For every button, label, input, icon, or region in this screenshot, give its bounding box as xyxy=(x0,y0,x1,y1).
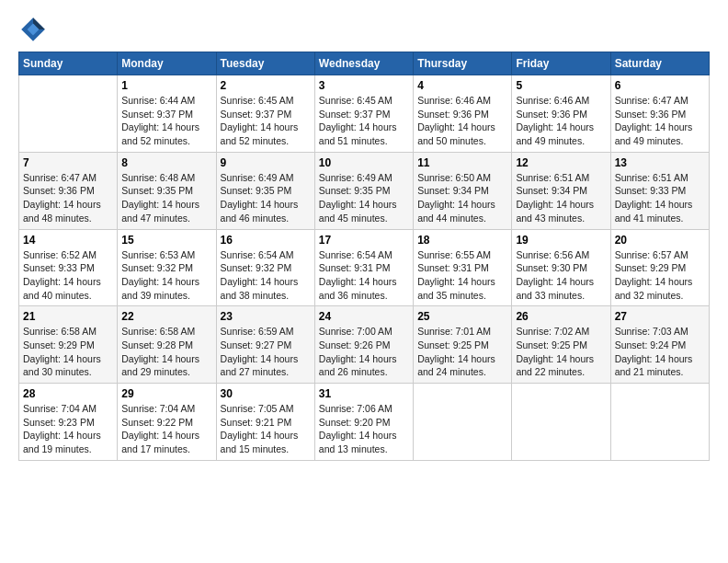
day-info: Sunrise: 6:58 AMSunset: 9:29 PMDaylight:… xyxy=(23,325,113,379)
day-info: Sunrise: 6:54 AMSunset: 9:32 PMDaylight:… xyxy=(221,248,311,303)
calendar-table: SundayMondayTuesdayWednesdayThursdayFrid… xyxy=(18,52,710,461)
day-info: Sunrise: 7:01 AMSunset: 9:25 PMDaylight:… xyxy=(417,325,507,379)
day-info: Sunrise: 6:57 AMSunset: 9:29 PMDaylight:… xyxy=(615,248,705,303)
day-number: 9 xyxy=(221,156,311,169)
calendar-cell: 3Sunrise: 6:45 AMSunset: 9:37 PMDaylight… xyxy=(314,75,413,153)
calendar-cell: 21Sunrise: 6:58 AMSunset: 9:29 PMDayligh… xyxy=(19,306,118,384)
page: SundayMondayTuesdayWednesdayThursdayFrid… xyxy=(0,0,728,563)
day-number: 28 xyxy=(23,387,113,400)
weekday-header: Tuesday xyxy=(216,52,314,75)
logo-icon xyxy=(18,15,48,44)
calendar-cell: 26Sunrise: 7:02 AMSunset: 9:25 PMDayligh… xyxy=(512,306,610,384)
day-info: Sunrise: 6:48 AMSunset: 9:35 PMDaylight:… xyxy=(121,171,211,225)
calendar-cell: 1Sunrise: 6:44 AMSunset: 9:37 PMDaylight… xyxy=(118,75,216,153)
day-number: 18 xyxy=(417,234,507,247)
day-number: 27 xyxy=(615,310,705,323)
day-number: 19 xyxy=(516,234,606,247)
day-number: 11 xyxy=(417,156,507,169)
calendar-cell: 29Sunrise: 7:04 AMSunset: 9:22 PMDayligh… xyxy=(118,384,216,461)
calendar-cell xyxy=(414,384,512,461)
weekday-header: Friday xyxy=(512,52,610,75)
calendar-cell: 2Sunrise: 6:45 AMSunset: 9:37 PMDaylight… xyxy=(216,75,314,153)
calendar-cell: 5Sunrise: 6:46 AMSunset: 9:36 PMDaylight… xyxy=(512,75,610,153)
calendar-cell: 31Sunrise: 7:06 AMSunset: 9:20 PMDayligh… xyxy=(314,384,413,461)
day-info: Sunrise: 6:46 AMSunset: 9:36 PMDaylight:… xyxy=(417,94,507,148)
weekday-header: Sunday xyxy=(19,52,118,75)
weekday-header: Wednesday xyxy=(314,52,413,75)
calendar-cell: 22Sunrise: 6:58 AMSunset: 9:28 PMDayligh… xyxy=(118,306,216,384)
day-info: Sunrise: 6:51 AMSunset: 9:34 PMDaylight:… xyxy=(516,171,606,225)
day-number: 15 xyxy=(121,234,211,247)
calendar-cell xyxy=(512,384,610,461)
header xyxy=(18,15,710,44)
day-number: 20 xyxy=(615,234,705,247)
day-info: Sunrise: 7:04 AMSunset: 9:22 PMDaylight:… xyxy=(121,402,211,456)
calendar-cell: 19Sunrise: 6:56 AMSunset: 9:30 PMDayligh… xyxy=(512,229,610,306)
day-number: 2 xyxy=(221,79,311,92)
day-number: 6 xyxy=(615,79,705,92)
day-number: 3 xyxy=(319,79,409,92)
calendar-cell: 4Sunrise: 6:46 AMSunset: 9:36 PMDaylight… xyxy=(414,75,512,153)
day-info: Sunrise: 6:53 AMSunset: 9:32 PMDaylight:… xyxy=(121,248,211,303)
day-info: Sunrise: 6:44 AMSunset: 9:37 PMDaylight:… xyxy=(121,94,211,148)
calendar-week-row: 1Sunrise: 6:44 AMSunset: 9:37 PMDaylight… xyxy=(19,75,710,153)
logo xyxy=(18,15,51,44)
day-info: Sunrise: 6:46 AMSunset: 9:36 PMDaylight:… xyxy=(516,94,606,148)
weekday-header: Monday xyxy=(118,52,216,75)
calendar-cell: 14Sunrise: 6:52 AMSunset: 9:33 PMDayligh… xyxy=(19,229,118,306)
calendar-week-row: 28Sunrise: 7:04 AMSunset: 9:23 PMDayligh… xyxy=(19,384,710,461)
day-info: Sunrise: 6:55 AMSunset: 9:31 PMDaylight:… xyxy=(417,248,507,303)
day-number: 5 xyxy=(516,79,606,92)
calendar-cell: 23Sunrise: 6:59 AMSunset: 9:27 PMDayligh… xyxy=(216,306,314,384)
calendar-cell: 11Sunrise: 6:50 AMSunset: 9:34 PMDayligh… xyxy=(414,152,512,229)
day-number: 16 xyxy=(221,234,311,247)
calendar-cell: 16Sunrise: 6:54 AMSunset: 9:32 PMDayligh… xyxy=(216,229,314,306)
day-number: 23 xyxy=(221,310,311,323)
day-number: 12 xyxy=(516,156,606,169)
day-info: Sunrise: 6:49 AMSunset: 9:35 PMDaylight:… xyxy=(221,171,311,225)
calendar-cell: 30Sunrise: 7:05 AMSunset: 9:21 PMDayligh… xyxy=(216,384,314,461)
day-number: 17 xyxy=(319,234,409,247)
calendar-cell: 27Sunrise: 7:03 AMSunset: 9:24 PMDayligh… xyxy=(610,306,709,384)
calendar-cell: 24Sunrise: 7:00 AMSunset: 9:26 PMDayligh… xyxy=(314,306,413,384)
calendar-cell: 12Sunrise: 6:51 AMSunset: 9:34 PMDayligh… xyxy=(512,152,610,229)
calendar-cell xyxy=(610,384,709,461)
day-number: 29 xyxy=(121,387,211,400)
day-info: Sunrise: 6:51 AMSunset: 9:33 PMDaylight:… xyxy=(615,171,705,225)
day-number: 24 xyxy=(319,310,409,323)
calendar-cell: 15Sunrise: 6:53 AMSunset: 9:32 PMDayligh… xyxy=(118,229,216,306)
calendar-cell: 8Sunrise: 6:48 AMSunset: 9:35 PMDaylight… xyxy=(118,152,216,229)
calendar-cell: 18Sunrise: 6:55 AMSunset: 9:31 PMDayligh… xyxy=(414,229,512,306)
weekday-header: Thursday xyxy=(414,52,512,75)
day-number: 31 xyxy=(319,387,409,400)
calendar-cell: 25Sunrise: 7:01 AMSunset: 9:25 PMDayligh… xyxy=(414,306,512,384)
day-number: 7 xyxy=(23,156,113,169)
day-info: Sunrise: 7:05 AMSunset: 9:21 PMDaylight:… xyxy=(221,402,311,456)
day-info: Sunrise: 7:03 AMSunset: 9:24 PMDaylight:… xyxy=(615,325,705,379)
day-info: Sunrise: 6:58 AMSunset: 9:28 PMDaylight:… xyxy=(121,325,211,379)
day-info: Sunrise: 7:06 AMSunset: 9:20 PMDaylight:… xyxy=(319,402,409,456)
day-number: 13 xyxy=(615,156,705,169)
day-number: 22 xyxy=(121,310,211,323)
calendar-week-row: 14Sunrise: 6:52 AMSunset: 9:33 PMDayligh… xyxy=(19,229,710,306)
weekday-header: Saturday xyxy=(610,52,709,75)
day-info: Sunrise: 6:52 AMSunset: 9:33 PMDaylight:… xyxy=(23,248,113,303)
day-number: 25 xyxy=(417,310,507,323)
calendar-cell: 10Sunrise: 6:49 AMSunset: 9:35 PMDayligh… xyxy=(314,152,413,229)
day-number: 8 xyxy=(121,156,211,169)
calendar-cell: 9Sunrise: 6:49 AMSunset: 9:35 PMDaylight… xyxy=(216,152,314,229)
day-number: 10 xyxy=(319,156,409,169)
day-info: Sunrise: 6:45 AMSunset: 9:37 PMDaylight:… xyxy=(319,94,409,148)
day-info: Sunrise: 7:02 AMSunset: 9:25 PMDaylight:… xyxy=(516,325,606,379)
calendar-cell: 6Sunrise: 6:47 AMSunset: 9:36 PMDaylight… xyxy=(610,75,709,153)
day-info: Sunrise: 6:49 AMSunset: 9:35 PMDaylight:… xyxy=(319,171,409,225)
calendar-cell: 28Sunrise: 7:04 AMSunset: 9:23 PMDayligh… xyxy=(19,384,118,461)
day-info: Sunrise: 6:45 AMSunset: 9:37 PMDaylight:… xyxy=(221,94,311,148)
day-number: 14 xyxy=(23,234,113,247)
day-info: Sunrise: 6:54 AMSunset: 9:31 PMDaylight:… xyxy=(319,248,409,303)
day-info: Sunrise: 6:59 AMSunset: 9:27 PMDaylight:… xyxy=(221,325,311,379)
day-number: 21 xyxy=(23,310,113,323)
day-info: Sunrise: 6:50 AMSunset: 9:34 PMDaylight:… xyxy=(417,171,507,225)
day-number: 4 xyxy=(417,79,507,92)
day-info: Sunrise: 7:00 AMSunset: 9:26 PMDaylight:… xyxy=(319,325,409,379)
